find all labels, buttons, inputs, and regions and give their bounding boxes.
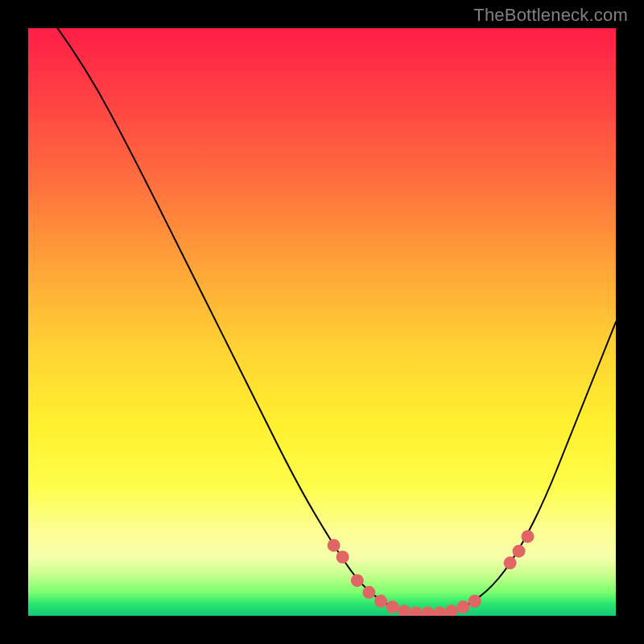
marker-dot	[362, 586, 375, 599]
marker-dot	[398, 605, 411, 616]
marker-dot	[421, 606, 434, 616]
curve-path-group	[58, 28, 617, 613]
marker-dot	[433, 606, 446, 616]
marker-dot	[386, 601, 399, 613]
plot-area	[28, 28, 616, 616]
curve-svg	[28, 28, 616, 616]
curve-path	[58, 28, 617, 613]
marker-dot	[469, 595, 481, 608]
marker-dot	[351, 574, 364, 587]
marker-dot	[328, 539, 341, 551]
marker-dot	[522, 530, 535, 543]
watermark-text: TheBottleneck.com	[473, 5, 628, 26]
marker-dot	[374, 595, 387, 608]
chart-frame: TheBottleneck.com	[0, 0, 644, 644]
marker-dot	[456, 601, 469, 613]
marker-dot	[336, 551, 349, 564]
marker-dot	[410, 606, 423, 616]
marker-dot	[445, 605, 458, 616]
marker-dot	[513, 545, 526, 558]
marker-dot	[504, 556, 517, 569]
